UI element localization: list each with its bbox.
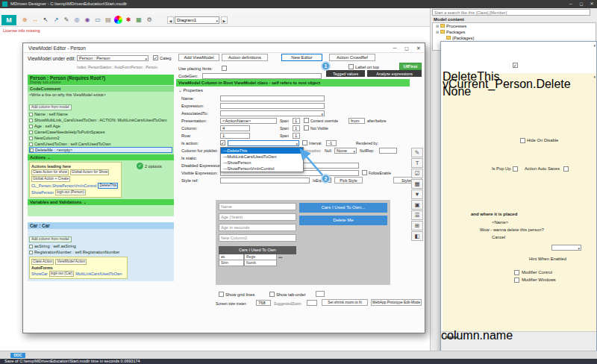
tree-item[interactable]: (Packages) [433, 35, 596, 41]
dropdown-option[interactable]: —DeleteThis [221, 148, 303, 154]
tree-item[interactable]: ⊞Packages [433, 29, 596, 35]
column-checkbox[interactable] [29, 245, 33, 248]
package-tool-icon[interactable]: ▤ [103, 15, 113, 25]
hide-on-disable-checkbox[interactable] [520, 138, 525, 143]
action-link[interactable]: ShowCar [31, 272, 48, 277]
span-field-2[interactable]: 1 [293, 125, 300, 131]
show-tab-order-checkbox[interactable] [269, 292, 275, 297]
dropdown-option[interactable]: —ShowPerson [221, 160, 303, 166]
suggested-zoom-field[interactable] [307, 300, 317, 306]
viewmodel-column-row[interactable]: Name : self.Name [29, 111, 172, 117]
span-field-1[interactable]: 1 [293, 118, 300, 124]
viewmodel-column-row[interactable]: DeleteMe : <empty> [29, 147, 172, 153]
action-chip[interactable]: Global Action for Show [70, 169, 110, 175]
action-crossref-button[interactable]: Action CrossRef [329, 54, 375, 61]
mdriven-logo-icon[interactable]: M [1, 15, 16, 25]
action-auto-saves-checkbox[interactable] [563, 166, 569, 172]
form-top-checkbox[interactable] [513, 63, 518, 68]
column-checkbox[interactable] [29, 113, 33, 116]
tab-order-key-field[interactable] [316, 291, 325, 297]
action-combobox[interactable] [228, 140, 299, 146]
action-chip[interactable]: logit-out (Car) [49, 271, 74, 277]
follow-enable-checkbox[interactable] [362, 170, 367, 175]
pencil-tool-icon[interactable]: ✎ [61, 15, 72, 25]
column-checkbox[interactable] [30, 148, 34, 152]
preview-input[interactable]: Age in seconds [219, 224, 296, 231]
preview-cars-button[interactable]: Cars I Used To Own... [299, 203, 387, 213]
preview-input[interactable]: New Column2 [219, 234, 296, 242]
list-tool-icon[interactable]: ☰ [411, 210, 423, 220]
preview-input[interactable]: Name [219, 203, 296, 210]
preview-delete-button[interactable]: Delete Me [299, 216, 387, 225]
dialog-close-button[interactable]: ✕ [413, 43, 425, 53]
action-chip[interactable]: Global Action + Create [31, 176, 70, 182]
modifier-windows-checkbox[interactable] [514, 277, 519, 283]
table-tool-icon[interactable]: ▦ [411, 179, 423, 189]
modifier-control-checkbox[interactable] [514, 270, 519, 275]
move-tool-icon[interactable]: ⊕ [19, 15, 30, 25]
add-column-link[interactable]: Add column from model [29, 104, 72, 110]
tagged-values-button[interactable]: Tagged values [326, 70, 365, 77]
column-checkbox[interactable] [29, 119, 33, 122]
categ-checkbox[interactable] [153, 55, 158, 60]
action-chip[interactable]: ViewModel Action [55, 259, 87, 265]
from-field[interactable]: from [348, 118, 365, 124]
text-tool-icon[interactable]: T [411, 158, 423, 168]
car-column-row[interactable]: asString : self.asString [29, 243, 172, 249]
search-input[interactable] [432, 9, 590, 16]
dialog-maximize-button[interactable]: ◻ [401, 43, 413, 53]
action-chip[interactable]: Class Action for show [31, 169, 69, 175]
column-field[interactable]: 4 [220, 125, 250, 131]
small-combobox[interactable] [551, 245, 581, 251]
row-field[interactable]: 1 [220, 133, 250, 139]
validate-icon[interactable]: ✱ [123, 15, 134, 25]
span-field-3[interactable]: 1 [293, 133, 300, 139]
column-checkbox[interactable] [29, 131, 33, 134]
class-tool-icon[interactable]: ▭ [93, 15, 103, 25]
null-combobox[interactable]: None [334, 148, 357, 154]
car-column-row[interactable]: RegistrationNumber : self.RegistrationNu… [29, 249, 172, 255]
column-checkbox[interactable] [29, 125, 33, 128]
checkbox-tool-icon[interactable]: ☑ [411, 169, 423, 178]
preview-table-more[interactable]: ••• [277, 254, 282, 260]
camera-tool-icon[interactable]: ◉ [82, 15, 93, 25]
minimize-button[interactable]: ─ [566, 0, 576, 8]
viewmodel-column-row[interactable]: Age : self.Age [29, 123, 172, 129]
code-comment-band[interactable]: CodeComment [28, 86, 174, 92]
is-pop-up-checkbox[interactable] [513, 166, 518, 172]
action-chip[interactable]: logit-out (Person) [55, 189, 86, 195]
dropdown-option[interactable]: —MultiLinkCarsIUsedToOwn [221, 154, 303, 160]
car-add-column-link[interactable]: Add column from model [29, 236, 72, 242]
cursor-tool-icon[interactable]: ↖ [40, 15, 51, 25]
viewmodel-column-row[interactable]: CarsIUsedToOwn : self.CarsIUsedToOwn [29, 141, 172, 147]
connector-tool-icon[interactable]: ↗ [51, 15, 61, 25]
dropdown-option[interactable]: —ShowPersonVmInControl [221, 166, 303, 172]
chart-tool-icon[interactable]: ◧ [411, 231, 423, 241]
interval-checkbox[interactable] [302, 140, 307, 145]
root-class-header[interactable]: Person : Person (Requires Root?) Display… [28, 75, 174, 85]
column-checkbox[interactable] [29, 136, 33, 140]
add-viewmodel-button[interactable]: Add ViewModel [178, 54, 219, 61]
diagram-selector[interactable]: Diagram1 [175, 16, 219, 24]
document-icon[interactable]: ▦ [134, 15, 144, 25]
cancel-label[interactable]: Cancel [492, 235, 505, 239]
dialog-minimize-button[interactable]: ─ [389, 43, 401, 53]
action-link[interactable]: MultiLinkCarsIUsedToOwn [75, 272, 122, 277]
column-checkbox[interactable] [29, 251, 33, 254]
zoom-tool-icon[interactable]: ◎ [72, 15, 82, 25]
variables-band[interactable]: Variables and Validations [28, 199, 174, 205]
action-link[interactable]: ShowPerson [31, 190, 54, 195]
action-link[interactable]: CL_Person.ShowPersonVmInControl [31, 183, 96, 189]
presentation-field[interactable]: <ActionName> [220, 118, 277, 124]
next-diagram-button[interactable]: ▶ [221, 16, 228, 24]
use-placing-hints-checkbox[interactable] [222, 66, 227, 71]
shrink-zoom-button[interactable]: Set shrink zoom to fit [322, 299, 368, 306]
interval-field[interactable]: -1 [326, 140, 337, 146]
doc-badge[interactable]: DOC [10, 353, 25, 358]
viewmodel-column-row[interactable]: CamelCaseNeedsHelpToPutInSpaces [29, 129, 172, 135]
tree-item[interactable]: ⊞Processes [433, 23, 596, 29]
associatedto-combobox[interactable] [220, 110, 325, 116]
prev-diagram-button[interactable]: ◀ [167, 16, 174, 24]
action-chip[interactable]: DeleteThis [98, 183, 118, 189]
not-visible-checkbox[interactable] [304, 125, 309, 131]
